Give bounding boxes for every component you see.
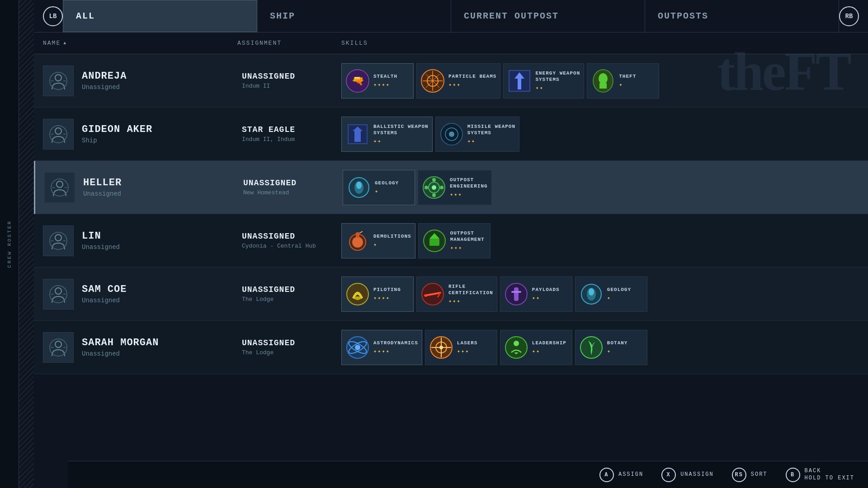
- svg-point-56: [354, 296, 361, 300]
- skill-icon-outpost-mgmt: [422, 229, 447, 253]
- skill-badge-gideon-aker-1: MISSILE WEAPONSYSTEMS✦✦: [435, 117, 519, 152]
- skills-cell-sarah-morgan: ASTRODYNAMICS✦✦✦✦ LASERS✦✦✦ LEADERSHIP✦✦…: [341, 330, 859, 365]
- bottom-action-unassign[interactable]: XUNASSIGN: [661, 468, 714, 482]
- crew-row-andreja[interactable]: ANDREJAUnassignedUNASSIGNEDIndum II 🔫 ST…: [34, 54, 868, 108]
- skill-icon-rifle: [420, 282, 445, 306]
- nav-tabs: ALLSHIPCURRENT OUTPOSTOUTPOSTS: [63, 0, 839, 32]
- assignment-title-gideon-aker: STAR EAGLE: [242, 125, 337, 134]
- skill-stars-andreja-3: ✦: [619, 81, 636, 88]
- svg-point-32: [356, 182, 362, 189]
- svg-point-17: [55, 128, 61, 134]
- assignment-location-andreja: Indum II: [242, 83, 337, 89]
- svg-point-67: [55, 341, 61, 347]
- skill-name-heller-1: OUTPOSTENGINEERING: [450, 177, 488, 190]
- skill-text-sarah-morgan-1: LASERS✦✦✦: [457, 340, 478, 355]
- crew-info-lin: LINUnassigned: [82, 230, 120, 251]
- skill-badge-sam-coe-2: PAYLOADS✦✦: [500, 277, 572, 312]
- skill-text-gideon-aker-1: MISSILE WEAPONSYSTEMS✦✦: [467, 123, 515, 145]
- header-skills: SKILLS: [341, 33, 859, 54]
- crew-status-lin: Unassigned: [82, 244, 120, 251]
- svg-point-38: [425, 186, 428, 189]
- skill-icon-particle: [420, 69, 445, 93]
- skill-stars-sam-coe-1: ✦✦✦: [448, 298, 493, 305]
- skill-icon-theft: [591, 69, 615, 93]
- svg-point-26: [57, 181, 63, 188]
- crew-row-heller[interactable]: HELLERUnassignedUNASSIGNEDNew Homestead …: [34, 161, 868, 214]
- skill-stars-heller-1: ✦✦✦: [450, 191, 488, 198]
- svg-point-37: [432, 193, 436, 197]
- assignment-location-lin: Cydonia - Central Hub: [242, 243, 337, 249]
- crew-row-gideon-aker[interactable]: GIDEON AKERShipSTAR EAGLEIndum II, Indum…: [34, 108, 868, 161]
- action-label-2: SORT: [751, 471, 768, 479]
- crew-status-andreja: Unassigned: [82, 84, 127, 91]
- crew-avatar-gideon-aker: [43, 119, 74, 150]
- svg-point-79: [439, 346, 443, 349]
- skill-badge-heller-0: GEOLOGY✦: [343, 170, 415, 205]
- crew-row-sam-coe[interactable]: SAM COEUnassignedUNASSIGNEDThe Lodge PIL…: [34, 267, 868, 321]
- skill-icon-leadership: [504, 335, 528, 360]
- crew-row-lin[interactable]: LINUnassignedUNASSIGNEDCydonia - Central…: [34, 214, 868, 267]
- skill-stars-lin-0: ✦: [373, 241, 411, 248]
- skill-name-andreja-3: THEFT: [619, 73, 636, 80]
- crew-info-heller: HELLERUnassigned: [83, 177, 122, 197]
- svg-rect-49: [429, 239, 439, 246]
- nav-tab-ship[interactable]: SHIP: [257, 0, 451, 32]
- svg-point-51: [55, 288, 61, 294]
- hatch-decoration: CREW ROSTER: [0, 0, 34, 488]
- crew-name-text-sarah-morgan: SARAH MORGAN: [82, 337, 159, 348]
- assignment-location-sam-coe: The Lodge: [242, 296, 337, 303]
- crew-name-text-andreja: ANDREJA: [82, 70, 127, 82]
- skill-icon-energy: [507, 69, 532, 93]
- crew-name-cell-heller: HELLERUnassigned: [44, 172, 239, 203]
- skill-text-lin-0: DEMOLITIONS✦: [373, 233, 411, 248]
- header-right: ASSIGNMENT SKILLS: [237, 33, 859, 54]
- crew-avatar-lin: [43, 225, 74, 256]
- skill-icon-lasers: [429, 335, 453, 360]
- svg-point-60: [425, 294, 427, 297]
- crew-name-cell-sarah-morgan: SARAH MORGANUnassigned: [43, 332, 237, 363]
- action-label-3: BACKHOLD TO EXIT: [805, 468, 854, 482]
- skill-icon-missile: [439, 122, 464, 146]
- crew-status-heller: Unassigned: [83, 190, 122, 197]
- svg-point-25: [449, 131, 454, 137]
- skill-name-sarah-morgan-2: LEADERSHIP: [532, 340, 566, 346]
- lb-button[interactable]: LB: [43, 6, 63, 26]
- skill-icon-geology: [347, 175, 371, 200]
- crew-name-text-heller: HELLER: [83, 177, 122, 188]
- crew-name-cell-lin: LINUnassigned: [43, 225, 237, 256]
- assignment-location-sarah-morgan: The Lodge: [242, 349, 337, 356]
- bottom-action-assign[interactable]: AASSIGN: [599, 468, 643, 482]
- crew-info-andreja: ANDREJAUnassigned: [82, 70, 127, 91]
- skill-stars-andreja-1: ✦✦✦: [448, 81, 496, 88]
- skill-text-gideon-aker-0: BALLISTIC WEAPONSYSTEMS✦✦: [373, 123, 429, 145]
- action-label-1: UNASSIGN: [680, 471, 714, 479]
- bottom-action-back-hold-to-exit[interactable]: BBACKHOLD TO EXIT: [786, 468, 854, 482]
- nav-tab-outposts[interactable]: OUTPOSTS: [645, 0, 839, 32]
- skill-text-andreja-2: ENERGY WEAPONSYSTEMS✦✦: [535, 70, 580, 92]
- skill-name-andreja-2: ENERGY WEAPONSYSTEMS: [535, 70, 580, 83]
- action-btn-b: B: [786, 468, 800, 482]
- skill-text-sarah-morgan-3: BOTANY✦: [607, 340, 628, 355]
- skill-badge-sarah-morgan-0: ASTRODYNAMICS✦✦✦✦: [341, 330, 422, 365]
- skill-badge-lin-1: OUTPOSTMANAGEMENT✦✦✦: [418, 223, 491, 258]
- crew-info-sarah-morgan: SARAH MORGANUnassigned: [82, 337, 159, 357]
- skills-cell-sam-coe: PILOTING✦✦✦✦ RIFLECERTIFICATION✦✦✦ PAYLO…: [341, 277, 859, 312]
- svg-text:🔫: 🔫: [352, 75, 364, 87]
- skill-text-sam-coe-0: PILOTING✦✦✦✦: [373, 286, 401, 301]
- skill-name-sarah-morgan-3: BOTANY: [607, 340, 628, 346]
- assignment-title-heller: UNASSIGNED: [243, 178, 338, 188]
- nav-tab-all[interactable]: ALL: [63, 0, 257, 32]
- bottom-action-sort[interactable]: RSSORT: [732, 468, 768, 482]
- skill-badge-andreja-3: THEFT✦: [587, 63, 659, 99]
- skill-name-heller-0: GEOLOGY: [375, 180, 399, 186]
- skill-text-sam-coe-2: PAYLOADS✦✦: [532, 286, 560, 301]
- skill-icon-outpost-eng: [422, 175, 446, 200]
- svg-rect-16: [599, 83, 607, 89]
- crew-row-sarah-morgan[interactable]: SARAH MORGANUnassignedUNASSIGNEDThe Lodg…: [34, 321, 868, 374]
- skill-stars-sarah-morgan-1: ✦✦✦: [457, 348, 478, 355]
- rb-button[interactable]: RB: [839, 6, 859, 26]
- nav-tab-current-outpost[interactable]: CURRENT OUTPOST: [451, 0, 645, 32]
- skills-cell-heller: GEOLOGY✦ OUTPOSTENGINEERING✦✦✦: [343, 170, 859, 205]
- skills-cell-gideon-aker: BALLISTIC WEAPONSYSTEMS✦✦ MISSILE WEAPON…: [341, 117, 859, 152]
- crew-avatar-heller: [44, 172, 75, 203]
